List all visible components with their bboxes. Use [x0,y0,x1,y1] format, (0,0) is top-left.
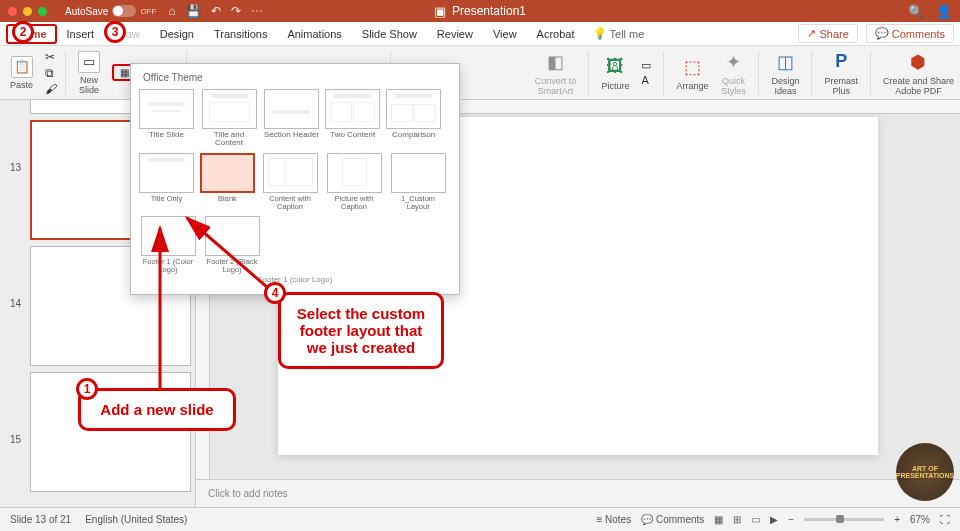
view-sorter-icon[interactable]: ⊞ [733,514,741,525]
tab-review[interactable]: Review [427,24,483,44]
share-label: Share [819,28,848,40]
premast-button[interactable]: P Premast Plus [824,49,858,97]
picture-button[interactable]: 🖼 Picture [601,54,629,92]
status-comments[interactable]: 💬 Comments [641,514,704,525]
textbox-icon[interactable]: A [641,74,651,86]
thumb-num-15: 15 [10,434,21,445]
new-slide-group[interactable]: ▭ New Slide [74,49,104,97]
layout-content-caption[interactable]: Content with Caption [261,153,319,210]
account-icon[interactable]: 👤 [936,4,952,19]
zoom-out-icon[interactable]: − [788,514,794,525]
tab-insert[interactable]: Insert [57,24,105,44]
status-slide: Slide 13 of 21 [10,514,71,525]
new-slide-label: New Slide [79,75,99,95]
notes-pane[interactable]: Click to add notes [196,479,960,507]
adobe-label: Create and Share Adobe PDF [883,77,954,97]
layout-title-content[interactable]: Title and Content [200,89,258,147]
watermark-text: ART OF PRESENTATIONS [896,465,954,479]
layout-custom-1[interactable]: 1_Custom Layout [389,153,447,210]
gallery-label: Picture with Caption [325,195,383,210]
view-slideshow-icon[interactable]: ▶ [770,514,778,525]
quick-styles-icon: ✦ [720,49,746,75]
paste-group[interactable]: 📋 Paste [6,54,37,92]
redo-icon[interactable]: ↷ [231,4,241,18]
status-notes[interactable]: ≡ Notes [596,514,631,525]
layout-title-slide[interactable]: Title Slide [139,89,194,147]
share-icon: ↗ [807,27,816,40]
document-name: Presentation1 [452,4,526,18]
layout-title-only[interactable]: Title Only [139,153,194,210]
minimize-window-icon[interactable] [23,7,32,16]
view-reading-icon[interactable]: ▭ [751,514,760,525]
tab-animations[interactable]: Animations [277,24,351,44]
tab-transitions[interactable]: Transitions [204,24,277,44]
cut-icon[interactable]: ✂ [45,50,57,64]
view-normal-icon[interactable]: ▦ [714,514,723,525]
zoom-level[interactable]: 67% [910,514,930,525]
anno-badge-2: 2 [12,21,34,43]
quick-access-toolbar: ⌂ 💾 ↶ ↷ ⋯ [168,4,262,18]
zoom-in-icon[interactable]: + [894,514,900,525]
quick-label: Quick Styles [721,77,746,97]
picture-icon: 🖼 [602,54,628,80]
anno-callout-4: Select the custom footer layout that we … [278,292,444,369]
anno-text-4c: we just created [295,339,427,356]
picture-label: Picture [601,82,629,92]
tab-view[interactable]: View [483,24,527,44]
layout-footer-black[interactable]: Footer 2 (Black Logo) [203,216,261,273]
tab-acrobat[interactable]: Acrobat [527,24,585,44]
notes-placeholder: Click to add notes [208,488,288,499]
anno-callout-1: Add a new slide [78,388,236,431]
close-window-icon[interactable] [8,7,17,16]
layout-section-header[interactable]: Section Header [264,89,319,147]
document-title: ▣ Presentation1 [434,4,526,19]
fit-icon[interactable]: ⛶ [940,514,950,525]
more-icon[interactable]: ⋯ [251,4,263,18]
autosave-toggle[interactable]: AutoSave OFF [65,5,156,17]
autosave-label: AutoSave [65,6,108,17]
layout-gallery[interactable]: Office Theme Title Slide Title and Conte… [130,63,460,295]
shapes-icon[interactable]: ▭ [641,59,651,72]
tab-slideshow[interactable]: Slide Show [352,24,427,44]
layout-picture-caption[interactable]: Picture with Caption [325,153,383,210]
layout-footer-color[interactable]: Footer 1 (Color Logo) [139,216,197,273]
ribbon-tabs: Home Insert Draw Design Transitions Anim… [0,22,960,46]
gallery-label: Title Slide [149,131,184,139]
quick-styles-button[interactable]: ✦ Quick Styles [720,49,746,97]
design-ideas-label: Design Ideas [771,77,799,97]
adobe-pdf-button[interactable]: ⬢ Create and Share Adobe PDF [883,49,954,97]
gallery-label: Content with Caption [261,195,319,210]
anno-badge-3: 3 [104,21,126,43]
layout-two-content[interactable]: Two Content [325,89,380,147]
layout-blank[interactable]: Blank [200,153,255,210]
gallery-label: Footer 1 (color Logo) [139,275,451,284]
layout-comparison[interactable]: Comparison [386,89,441,147]
arrange-button[interactable]: ⬚ Arrange [676,54,708,92]
smartart-icon: ◧ [543,49,569,75]
window-controls[interactable] [8,7,47,16]
tell-me[interactable]: 💡 Tell me [593,27,645,40]
format-painter-icon[interactable]: 🖌 [45,82,57,96]
design-ideas-icon: ◫ [772,49,798,75]
gallery-label: Comparison [392,131,435,139]
convert-smartart[interactable]: ◧ Convert to SmartArt [535,49,577,97]
title-right: 🔍 👤 [908,4,952,19]
comments-button[interactable]: 💬 Comments [866,24,954,43]
maximize-window-icon[interactable] [38,7,47,16]
copy-icon[interactable]: ⧉ [45,66,57,80]
save-icon[interactable]: 💾 [186,4,201,18]
bulb-icon: 💡 [593,27,607,40]
search-icon[interactable]: 🔍 [908,4,924,19]
share-button[interactable]: ↗ Share [798,24,857,43]
arrange-icon: ⬚ [679,54,705,80]
autosave-switch[interactable] [112,5,136,17]
anno-text-4a: Select the custom [295,305,427,322]
zoom-slider[interactable] [804,518,884,521]
title-bar: AutoSave OFF ⌂ 💾 ↶ ↷ ⋯ ▣ Presentation1 🔍… [0,0,960,22]
gallery-label: Two Content [330,131,375,139]
design-ideas-button[interactable]: ◫ Design Ideas [771,49,799,97]
home-icon[interactable]: ⌂ [168,4,175,18]
new-slide-icon: ▭ [78,51,100,73]
undo-icon[interactable]: ↶ [211,4,221,18]
tab-design[interactable]: Design [150,24,204,44]
